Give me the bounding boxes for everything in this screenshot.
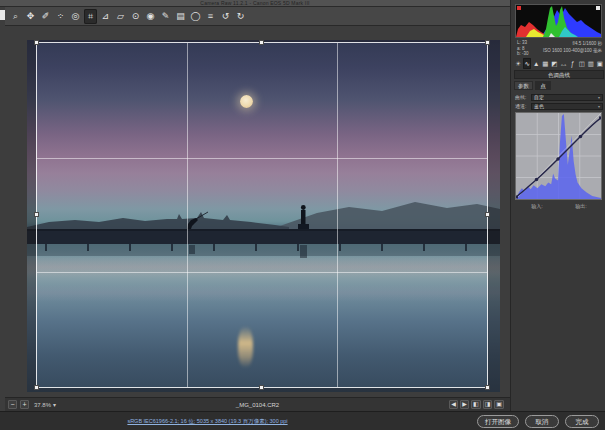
effects-panel-icon[interactable]: ƒ (569, 58, 577, 69)
chevron-down-icon: ▾ (598, 104, 600, 109)
snapshots-panel-icon[interactable]: ▣ (596, 58, 604, 69)
toolbar: ⌕ ✥ ✐ ⁘ ◎ ⌗ ⊿ ▱ ⊙ ◉ ✎ ▤ ◯ ≡ ↺ ↻ (5, 7, 510, 26)
straighten-tool-icon[interactable]: ⊿ (99, 9, 112, 24)
lab-a-value: 8 (522, 46, 525, 51)
rotate-right-icon[interactable]: ↻ (234, 9, 247, 24)
exif-iso-lens: ISO 1600 100-400@100 毫米 (541, 47, 602, 54)
tone-curve-panel-icon[interactable]: ∿ (523, 58, 531, 69)
before-after-split-button[interactable]: ◨ (483, 400, 493, 409)
status-bar: − + 37.8% ▾ _MG_0104.CR2 ◀ ▶ ◧ ◨ ▣ (5, 397, 510, 411)
footer-buttons: 打开图像 取消 完成 (477, 415, 599, 428)
adjustments-panel: L: 33 a: 8 b: -30 f/4.5 1/1600 秒 ISO 160… (510, 0, 605, 411)
cancel-button[interactable]: 取消 (525, 415, 559, 428)
lab-b-value: -30 (522, 51, 529, 56)
previous-image-button[interactable]: ◀ (449, 400, 458, 409)
channel-value: 蓝色 (534, 103, 544, 109)
done-button[interactable]: 完成 (565, 415, 599, 428)
preview-controls: ◀ ▶ ◧ ◨ ▣ (449, 400, 504, 409)
chevron-down-icon: ▾ (598, 95, 600, 100)
next-image-button[interactable]: ▶ (460, 400, 469, 409)
crop-grid-line (37, 158, 487, 159)
crop-rectangle[interactable] (36, 42, 488, 388)
curve-output-label: 输出: (575, 203, 586, 209)
graduated-filter-tool-icon[interactable]: ▤ (174, 9, 187, 24)
channel-select[interactable]: 蓝色 ▾ (531, 103, 603, 110)
crop-handle-mid-right[interactable] (485, 212, 490, 217)
targeted-adjustment-tool-icon[interactable]: ◎ (69, 9, 82, 24)
hsl-panel-icon[interactable]: ▦ (541, 58, 549, 69)
color-sampler-tool-icon[interactable]: ⁘ (54, 9, 67, 24)
crop-tool-icon[interactable]: ⌗ (84, 9, 97, 24)
white-balance-tool-icon[interactable]: ✐ (39, 9, 52, 24)
spot-removal-tool-icon[interactable]: ⊙ (129, 9, 142, 24)
footer-bar: sRGB IEC61966-2.1; 16 位; 5035 x 3840 (19… (0, 411, 605, 430)
channel-label: 通道: (515, 103, 531, 109)
photo-preview[interactable] (27, 40, 500, 392)
red-eye-tool-icon[interactable]: ◉ (144, 9, 157, 24)
crop-handle-top-left[interactable] (34, 40, 39, 45)
curve-preset-select[interactable]: 自定 ▾ (531, 94, 603, 101)
tone-curve-panel-title: 色调曲线 (514, 70, 604, 79)
preview-settings-button[interactable]: ▣ (494, 400, 504, 409)
curve-io-readout: 输入: 输出: (515, 203, 603, 209)
open-image-button[interactable]: 打开图像 (477, 415, 519, 428)
camera-raw-window: Camera Raw 11.2.1 - Canon EOS 5D Mark II… (0, 0, 605, 430)
detail-panel-icon[interactable]: ▲ (532, 58, 540, 69)
crop-grid-line (37, 272, 487, 273)
curve-preset-value: 自定 (534, 94, 544, 100)
crop-handle-bottom-left[interactable] (34, 385, 39, 390)
color-readout: L: 33 a: 8 b: -30 f/4.5 1/1600 秒 ISO 160… (515, 40, 603, 57)
crop-grid-line (337, 43, 338, 387)
radial-filter-tool-icon[interactable]: ◯ (189, 9, 202, 24)
window-title: Camera Raw 11.2.1 - Canon EOS 5D Mark II… (0, 0, 510, 7)
tab-parametric[interactable]: 参数 (514, 81, 533, 90)
curve-preset-label: 曲线: (515, 94, 531, 100)
preferences-icon[interactable]: ≡ (204, 9, 217, 24)
tone-curve-plot (516, 113, 601, 199)
crop-handle-mid-left[interactable] (34, 212, 39, 217)
lab-values: L: 33 a: 8 b: -30 (515, 40, 541, 57)
basic-panel-icon[interactable]: ☀ (514, 58, 522, 69)
presets-panel-icon[interactable]: ▥ (587, 58, 595, 69)
channel-row: 通道: 蓝色 ▾ (515, 102, 603, 110)
crop-handle-top-right[interactable] (485, 40, 490, 45)
image-canvas (5, 26, 510, 397)
curve-input-label: 输入: (531, 203, 542, 209)
image-filename: _MG_0104.CR2 (5, 402, 510, 408)
hand-tool-icon[interactable]: ✥ (24, 9, 37, 24)
zoom-tool-icon[interactable]: ⌕ (9, 9, 22, 24)
tab-point[interactable]: 点 (535, 81, 551, 90)
curve-preset-row: 曲线: 自定 ▾ (515, 93, 603, 101)
shadow-clipping-indicator[interactable] (517, 6, 521, 10)
crop-grid-line (187, 43, 188, 387)
workflow-options-link[interactable]: sRGB IEC61966-2.1; 16 位; 5035 x 3840 (19… (0, 412, 415, 430)
crop-handle-top-center[interactable] (259, 40, 264, 45)
histogram-plot (516, 5, 601, 37)
window-edge-notch (0, 10, 5, 20)
transform-tool-icon[interactable]: ▱ (114, 9, 127, 24)
lens-corrections-panel-icon[interactable]: ⌓ (559, 58, 567, 69)
highlight-clipping-indicator[interactable] (596, 6, 600, 10)
calibration-panel-icon[interactable]: ◫ (578, 58, 586, 69)
exif-aperture-shutter: f/4.5 1/1600 秒 (541, 40, 602, 47)
histogram[interactable] (515, 4, 602, 38)
rotate-left-icon[interactable]: ↺ (219, 9, 232, 24)
split-toning-panel-icon[interactable]: ◩ (550, 58, 558, 69)
exif-info: f/4.5 1/1600 秒 ISO 1600 100-400@100 毫米 (541, 40, 603, 57)
crop-handle-bottom-right[interactable] (485, 385, 490, 390)
tone-curve-graph[interactable] (515, 112, 602, 200)
tone-curve-tabs: 参数 点 (514, 81, 551, 90)
before-after-left-right-button[interactable]: ◧ (471, 400, 481, 409)
adjustment-brush-tool-icon[interactable]: ✎ (159, 9, 172, 24)
crop-handle-bottom-center[interactable] (259, 385, 264, 390)
panel-tab-strip: ☀ ∿ ▲ ▦ ◩ ⌓ ƒ ◫ ▥ ▣ (514, 58, 604, 69)
lab-l-value: 33 (522, 40, 527, 45)
